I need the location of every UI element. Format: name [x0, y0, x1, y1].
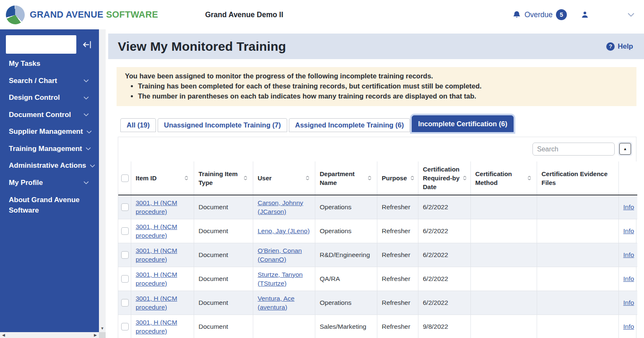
user-link[interactable]: O'Brien, Conan (ConanO) — [258, 247, 302, 263]
item-id-cell: 3001, H (NCM procedure) — [131, 315, 194, 338]
item-id-cell: 3001, H (NCM procedure) — [131, 267, 194, 291]
checkbox-cell — [118, 291, 131, 315]
page-header-band: View My Monitored Training ? Help — [108, 34, 644, 59]
sidebar-item-label: My Profile — [9, 179, 43, 187]
sidebar-item-design-control[interactable]: Design Control — [0, 89, 99, 107]
evidence-files-cell — [537, 291, 618, 315]
required-by-date-cell: 6/2/2022 — [418, 291, 470, 315]
purpose-cell: Refresher — [377, 315, 418, 338]
tab-assigned-incomplete-training-6[interactable]: Assigned Incomplete Training (6) — [289, 118, 410, 132]
user-link[interactable]: Ventura, Ace (aventura) — [258, 295, 295, 311]
tab-all-19[interactable]: All (19) — [120, 118, 156, 132]
item-id-link[interactable]: 3001, H (NCM procedure) — [136, 223, 177, 239]
account-chevron-down-icon[interactable] — [626, 10, 636, 19]
overdue-notifications-button[interactable]: Overdue 5 — [512, 9, 567, 20]
collapse-panel-button[interactable]: ▲ — [619, 143, 631, 155]
certification-method-cell — [470, 315, 537, 338]
info-link[interactable]: Info — [623, 227, 634, 234]
training-item-type-cell: Document — [194, 195, 253, 219]
column-header-department-name[interactable]: Department Name — [315, 161, 377, 195]
collapse-panel-tile: ▲ — [618, 142, 632, 156]
row-checkbox[interactable] — [121, 203, 129, 211]
help-link[interactable]: ? Help — [606, 42, 633, 51]
sidebar-item-label: Search / Chart — [9, 77, 57, 85]
evidence-files-cell — [537, 315, 618, 338]
row-checkbox[interactable] — [121, 299, 129, 307]
row-checkbox[interactable] — [121, 275, 129, 283]
sidebar-item-training-management[interactable]: Training Management — [0, 140, 99, 158]
user-link[interactable]: Carson, Johnny (JCarson) — [258, 199, 304, 215]
info-link[interactable]: Info — [623, 203, 634, 211]
info-link[interactable]: Info — [623, 323, 634, 330]
user-link[interactable]: Sturtze, Tanyon (TSturtze) — [258, 271, 303, 287]
sidebar-item-supplier-management[interactable]: Supplier Management — [0, 123, 99, 140]
department-name-cell: QA/RA — [315, 267, 377, 291]
training-records-table: Item IDTraining Item TypeUserDepartment … — [118, 161, 637, 338]
column-header-certification-required-by-date[interactable]: Certification Required-by Date — [418, 161, 470, 195]
sidebar-item-document-control[interactable]: Document Control — [0, 107, 99, 124]
brand-logo[interactable]: GRAND AVENUE SOFTWARE — [6, 5, 158, 24]
evidence-files-cell — [537, 195, 618, 219]
column-header-label: Training Item Type — [199, 169, 240, 187]
scroll-down-arrow-icon[interactable]: ▼ — [99, 325, 106, 332]
column-header-certification-method[interactable]: Certification Method — [470, 161, 537, 195]
user-account-icon[interactable] — [580, 10, 589, 19]
sidebar-search-input[interactable] — [6, 35, 76, 54]
sidebar-vertical-scrollbar[interactable]: ▼ — [99, 29, 106, 338]
notice-bullet: Training has been completed for each of … — [138, 81, 628, 91]
up-triangle-icon: ▲ — [623, 147, 627, 151]
sort-icon — [462, 175, 467, 181]
app-root: GRAND AVENUE SOFTWARE Grand Avenue Demo … — [0, 0, 644, 338]
select-all-checkbox[interactable] — [121, 174, 129, 182]
training-item-type-cell: Document — [194, 315, 253, 338]
collapse-sidebar-icon[interactable] — [82, 40, 92, 49]
scroll-right-arrow-icon[interactable]: ▶ — [94, 333, 97, 337]
purpose-cell: Refresher — [377, 267, 418, 291]
item-id-link[interactable]: 3001, H (NCM procedure) — [136, 199, 177, 215]
purpose-cell: Refresher — [377, 195, 418, 219]
sort-icon — [410, 175, 415, 181]
sort-icon — [305, 175, 310, 181]
row-checkbox[interactable] — [121, 227, 129, 235]
column-header-user[interactable]: User — [253, 161, 315, 195]
info-cell: Info — [618, 243, 637, 267]
item-id-link[interactable]: 3001, H (NCM procedure) — [136, 271, 177, 287]
tab-incomplete-certification-6[interactable]: Incomplete Certification (6) — [412, 115, 514, 132]
sidebar-item-search-chart[interactable]: Search / Chart — [0, 73, 99, 90]
user-cell: Carson, Johnny (JCarson) — [253, 195, 315, 219]
table-search-input[interactable] — [532, 143, 615, 156]
user-link[interactable]: Leno, Jay (JLeno) — [258, 227, 310, 234]
sidebar-item-about-grand-avenue-software[interactable]: About Grand Avenue Software — [0, 191, 99, 216]
column-header-label: User — [258, 174, 272, 182]
checkbox-cell — [118, 195, 131, 219]
column-header-item-id[interactable]: Item ID — [131, 161, 194, 195]
item-id-link[interactable]: 3001, H (NCM procedure) — [136, 295, 177, 311]
table-row: 3001, H (NCM procedure)DocumentO'Brien, … — [118, 243, 637, 267]
overdue-label: Overdue — [525, 10, 553, 19]
scroll-left-arrow-icon[interactable]: ◀ — [2, 333, 5, 337]
sort-icon — [243, 175, 248, 181]
help-icon: ? — [606, 42, 615, 51]
row-checkbox[interactable] — [121, 251, 129, 259]
sidebar-item-label: Training Management — [9, 145, 82, 153]
column-header-training-item-type[interactable]: Training Item Type — [194, 161, 253, 195]
evidence-files-cell — [537, 267, 618, 291]
info-link[interactable]: Info — [623, 299, 634, 306]
row-checkbox[interactable] — [121, 323, 129, 330]
item-id-link[interactable]: 3001, H (NCM procedure) — [136, 319, 177, 335]
sidebar-item-my-tasks[interactable]: My Tasks — [0, 55, 99, 73]
item-id-cell: 3001, H (NCM procedure) — [131, 195, 194, 219]
chevron-down-icon — [83, 179, 90, 186]
sidebar-item-my-profile[interactable]: My Profile — [0, 174, 99, 192]
department-name-cell: R&D/Engineering — [315, 243, 377, 267]
info-link[interactable]: Info — [623, 275, 634, 282]
column-header-purpose[interactable]: Purpose — [377, 161, 418, 195]
item-id-link[interactable]: 3001, H (NCM procedure) — [136, 247, 177, 263]
sidebar-horizontal-scrollbar[interactable]: ◀ ▶ — [0, 332, 99, 338]
info-link[interactable]: Info — [623, 251, 634, 258]
department-name-cell: Operations — [315, 195, 377, 219]
sidebar-item-administrative-actions[interactable]: Administrative Actions — [0, 157, 99, 174]
sidebar-item-label: Administrative Actions — [9, 161, 86, 170]
training-item-type-cell: Document — [194, 219, 253, 243]
tab-unassigned-incomplete-training-7[interactable]: Unassigned Incomplete Training (7) — [158, 118, 287, 132]
